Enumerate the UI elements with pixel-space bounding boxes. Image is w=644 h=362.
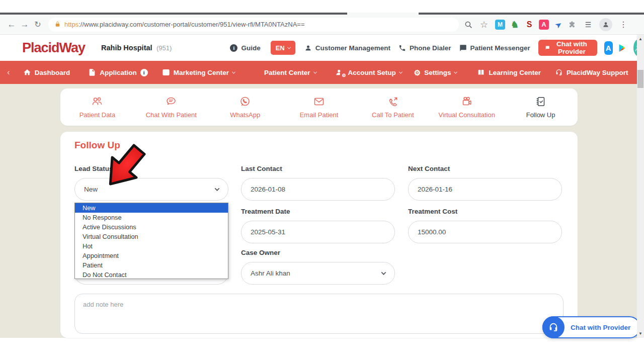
- scroll-up-icon[interactable]: ▲: [637, 37, 644, 41]
- language-label: EN: [276, 44, 285, 52]
- back-icon[interactable]: ←: [5, 18, 18, 31]
- language-selector[interactable]: EN: [271, 41, 295, 55]
- lead-status-option[interactable]: Hot: [75, 241, 228, 251]
- phone-icon: [398, 44, 406, 52]
- chat-with-provider-button[interactable]: Chat with Provider: [538, 40, 597, 56]
- extension-m-icon[interactable]: M: [495, 20, 505, 30]
- scroll-down-icon[interactable]: ▼: [637, 331, 644, 336]
- nav-learning-center[interactable]: Learning Center: [477, 68, 541, 76]
- tab-label: WhatsApp: [230, 111, 260, 119]
- nav-application[interactable]: Application i: [88, 68, 148, 76]
- tab-call-to-patient[interactable]: Call To Patient: [356, 88, 430, 126]
- tab-email-patient[interactable]: Email Patient: [282, 88, 356, 126]
- treatment-cost-input[interactable]: [408, 221, 562, 243]
- gear-icon: ⚙: [342, 73, 346, 78]
- notebook-check-icon: [535, 96, 547, 108]
- scrollbar-thumb[interactable]: [637, 70, 643, 88]
- extension-a-icon[interactable]: A: [539, 20, 549, 30]
- chevron-down-icon: [287, 45, 291, 49]
- lead-status-option[interactable]: Appointment: [75, 251, 228, 260]
- lead-status-option[interactable]: Virtual Consultation: [75, 232, 228, 241]
- video-camera-icon: [461, 96, 473, 108]
- placidway-logo[interactable]: PlacidWay: [22, 40, 85, 56]
- gear-icon: ⚙: [414, 69, 421, 76]
- nav-label: Patient Center: [264, 69, 310, 76]
- tab-virtual-consultation[interactable]: Virtual Consultation: [430, 88, 504, 126]
- search-icon[interactable]: [464, 20, 473, 29]
- case-owner-select[interactable]: Ashr Ali khan: [241, 262, 395, 285]
- lead-status-option[interactable]: Do Not Contact: [75, 270, 228, 280]
- chat-bubble-icon: [165, 96, 177, 108]
- hospital-title: Rahib Hospital (951): [101, 43, 172, 52]
- guide-button[interactable]: i Guide: [230, 44, 260, 52]
- tab-label: Call To Patient: [372, 111, 414, 119]
- app-store-icon[interactable]: A: [604, 41, 613, 55]
- lead-status-option[interactable]: New: [75, 203, 228, 213]
- document-icon: [88, 68, 96, 76]
- phone-dialer-label: Phone Dialer: [410, 44, 451, 52]
- headset-icon: [555, 68, 563, 76]
- patient-messenger-button[interactable]: Patient Messenger: [459, 44, 530, 52]
- nav-label: Application: [100, 69, 137, 76]
- nav-scroll-left-icon[interactable]: ‹: [7, 67, 10, 77]
- tab-chat-with-patient[interactable]: Chat With Patient: [134, 88, 208, 126]
- tab-patient-data[interactable]: Patient Data: [60, 88, 134, 126]
- nav-placidway-support[interactable]: PlacidWay Support: [555, 68, 628, 76]
- nav-label: Learning Center: [489, 69, 541, 76]
- nav-settings[interactable]: ⚙ Settings: [414, 69, 457, 76]
- page-scrollbar[interactable]: ▲ ▼: [637, 35, 644, 338]
- customer-management-button[interactable]: Customer Management: [304, 44, 390, 52]
- google-play-icon[interactable]: [618, 41, 626, 55]
- lead-status-select[interactable]: New: [74, 178, 228, 201]
- extensions-puzzle-icon[interactable]: [568, 20, 577, 29]
- chevron-down-icon: [454, 70, 457, 73]
- treatment-cost-label: Treatment Cost: [408, 208, 457, 215]
- bookmark-star-icon[interactable]: ☆: [477, 18, 491, 31]
- nav-account-setup[interactable]: ⚙ Account Setup: [336, 68, 402, 76]
- nav-marketing-center[interactable]: Marketing Center: [162, 68, 235, 76]
- lead-status-value: New: [84, 186, 98, 193]
- nav-patient-center[interactable]: Patient Center: [264, 69, 316, 76]
- extension-arrow-icon[interactable]: ➤: [551, 18, 566, 32]
- extension-seo-icon[interactable]: S: [524, 20, 534, 30]
- lead-status-option[interactable]: No Response: [75, 213, 228, 222]
- hospital-name: Rahib Hospital: [101, 44, 152, 52]
- patients-icon: [91, 96, 103, 108]
- customer-management-label: Customer Management: [315, 44, 390, 52]
- last-contact-input[interactable]: [241, 178, 395, 201]
- playlist-icon[interactable]: ☰: [582, 18, 595, 31]
- forward-icon[interactable]: →: [18, 18, 31, 31]
- address-bar[interactable]: https://www.placidway.com/customer-porta…: [48, 18, 459, 32]
- chat-bubble-icon: [545, 44, 549, 51]
- person-icon: [304, 44, 312, 52]
- tab-whatsapp[interactable]: WhatsApp: [208, 88, 282, 126]
- profile-person-icon: [602, 21, 609, 28]
- lead-status-option[interactable]: Active Discussions: [75, 222, 228, 232]
- phone-outgoing-icon: [387, 96, 399, 108]
- headset-icon: [548, 322, 559, 333]
- browser-profile-avatar[interactable]: [599, 18, 612, 31]
- chat-with-provider-label: Chat with Provider: [553, 40, 590, 55]
- bottom-whitespace: [0, 338, 644, 362]
- browser-menu-icon[interactable]: ⋮: [617, 18, 630, 31]
- nav-label: Settings: [424, 69, 451, 76]
- treatment-date-input[interactable]: [241, 221, 395, 243]
- nav-dashboard[interactable]: Dashboard: [23, 68, 70, 76]
- phone-dialer-button[interactable]: Phone Dialer: [398, 44, 451, 52]
- tab-follow-up[interactable]: Follow Up: [504, 88, 578, 126]
- case-owner-value: Ashr Ali khan: [251, 269, 290, 277]
- nav-label: Dashboard: [35, 69, 70, 76]
- chevron-down-icon: [399, 70, 403, 73]
- home-icon: [23, 68, 31, 76]
- next-contact-input[interactable]: [408, 178, 562, 201]
- main-nav: ‹ Dashboard Application i Marketing Cent…: [0, 61, 644, 84]
- extension-chess-icon[interactable]: ♞: [510, 20, 520, 30]
- note-textarea[interactable]: [74, 294, 564, 334]
- lead-status-option[interactable]: Patient: [75, 260, 228, 270]
- last-contact-label: Last Contact: [241, 165, 282, 172]
- reload-icon[interactable]: ↻: [31, 18, 44, 31]
- envelope-icon: [313, 96, 325, 108]
- follow-up-card: Follow Up Lead Status New Last Contact N…: [60, 132, 578, 338]
- url-text[interactable]: https://www.placidway.com/customer-porta…: [64, 21, 305, 28]
- floating-chat-with-provider-button[interactable]: Chat with Provider: [542, 316, 640, 338]
